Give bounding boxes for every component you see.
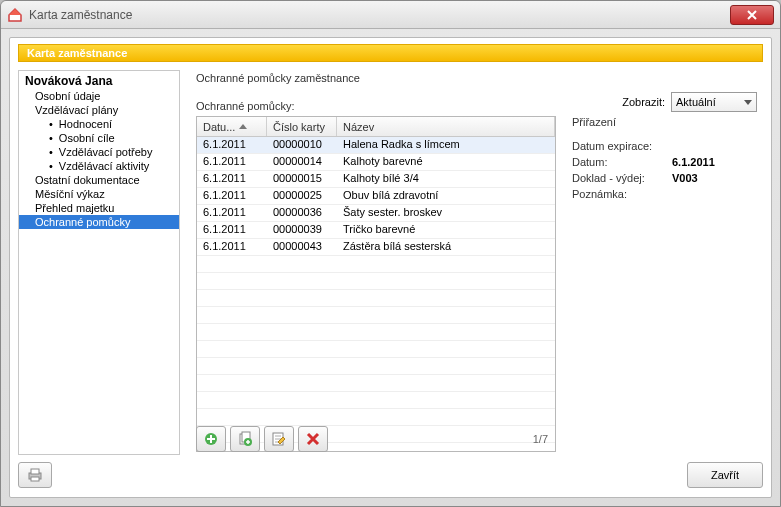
cell: Šaty sester. broskev	[337, 205, 555, 221]
cell: Kalhoty barevné	[337, 154, 555, 170]
tree-item[interactable]: Vzdělávací plány	[19, 103, 179, 117]
table-row-empty	[197, 290, 555, 307]
svg-rect-6	[31, 469, 39, 474]
detail-row: Datum:6.1.2011	[568, 154, 757, 170]
add-copy-button[interactable]	[230, 426, 260, 452]
cell: 00000043	[267, 239, 337, 255]
svg-rect-7	[31, 477, 39, 481]
cell: Zástěra bílá sesterská	[337, 239, 555, 255]
window-close-button[interactable]	[730, 5, 774, 25]
table-row[interactable]: 6.1.201100000014Kalhoty barevné	[197, 154, 555, 171]
table-row-empty	[197, 358, 555, 375]
delete-icon	[305, 431, 321, 447]
table-body: 6.1.201100000010Halena Radka s límcem6.1…	[197, 137, 555, 443]
main-panel: Ochranné pomůcky zaměstnance Zobrazit: A…	[188, 70, 763, 455]
table-row[interactable]: 6.1.201100000043Zástěra bílá sesterská	[197, 239, 555, 256]
close-form-button[interactable]: Zavřít	[687, 462, 763, 488]
add-icon	[203, 431, 219, 447]
col-card[interactable]: Číslo karty	[267, 117, 337, 136]
tree-item[interactable]: Vzdělávací potřeby	[19, 145, 179, 159]
tree-item[interactable]: Přehled majetku	[19, 201, 179, 215]
nav-tree: Nováková JanaOsobní údajeVzdělávací plán…	[19, 71, 179, 231]
sidebar: Nováková JanaOsobní údajeVzdělávací plán…	[18, 70, 180, 455]
window: Karta zaměstnance Karta zaměstnance Nová…	[0, 0, 781, 507]
table-row[interactable]: 6.1.201100000036Šaty sester. broskev	[197, 205, 555, 222]
edit-icon	[271, 431, 287, 447]
tree-item[interactable]: Hodnocení	[19, 117, 179, 131]
col-name[interactable]: Název	[337, 117, 555, 136]
detail-value: 6.1.2011	[672, 156, 715, 168]
cell: 00000015	[267, 171, 337, 187]
cell: 6.1.2011	[197, 171, 267, 187]
app-icon	[7, 7, 23, 23]
cell: 6.1.2011	[197, 239, 267, 255]
table-header: Datu... Číslo karty Název	[197, 117, 555, 137]
add-copy-icon	[237, 431, 253, 447]
table-row-empty	[197, 307, 555, 324]
cell: 00000014	[267, 154, 337, 170]
titlebar: Karta zaměstnance	[1, 1, 780, 29]
cell: 6.1.2011	[197, 222, 267, 238]
tree-item[interactable]: Ostatní dokumentace	[19, 173, 179, 187]
table-row[interactable]: 6.1.201100000010Halena Radka s límcem	[197, 137, 555, 154]
close-icon	[747, 10, 757, 20]
edit-button[interactable]	[264, 426, 294, 452]
table-subtitle: Ochranné pomůcky:	[196, 100, 294, 112]
pager: 1/7	[533, 433, 548, 445]
tree-item[interactable]: Vzdělávací aktivity	[19, 159, 179, 173]
form-body: Karta zaměstnance Nováková JanaOsobní úd…	[9, 37, 772, 498]
cell: 00000036	[267, 205, 337, 221]
detail-title: Přiřazení	[568, 116, 757, 128]
form-header: Karta zaměstnance	[18, 44, 763, 62]
tree-item[interactable]: Ochranné pomůcky	[19, 215, 179, 229]
table-row-empty	[197, 256, 555, 273]
detail-row: Poznámka:	[568, 186, 757, 202]
cell: 00000025	[267, 188, 337, 204]
zobrazit-value: Aktuální	[676, 96, 716, 108]
cell: 6.1.2011	[197, 205, 267, 221]
delete-button[interactable]	[298, 426, 328, 452]
cell: Tričko barevné	[337, 222, 555, 238]
tree-item[interactable]: Měsíční výkaz	[19, 187, 179, 201]
detail-row: Datum expirace:	[568, 138, 757, 154]
print-icon	[26, 467, 44, 483]
add-button[interactable]	[196, 426, 226, 452]
table-row-empty	[197, 324, 555, 341]
window-title: Karta zaměstnance	[29, 8, 132, 22]
cell: 00000039	[267, 222, 337, 238]
cell: 6.1.2011	[197, 154, 267, 170]
zobrazit-combo[interactable]: Aktuální	[671, 92, 757, 112]
zobrazit-label: Zobrazit:	[622, 96, 665, 108]
table-row-empty	[197, 341, 555, 358]
toolbar: 1/7	[196, 423, 556, 455]
detail-row: Doklad - výdej:V003	[568, 170, 757, 186]
detail-value: V003	[672, 172, 698, 184]
cell: 00000010	[267, 137, 337, 153]
print-button[interactable]	[18, 462, 52, 488]
cell: Obuv bílá zdravotní	[337, 188, 555, 204]
filter-row: Zobrazit: Aktuální	[622, 92, 757, 112]
tree-item[interactable]: Osobní údaje	[19, 89, 179, 103]
table: Datu... Číslo karty Název 6.1.2011000000…	[196, 116, 556, 452]
table-row-empty	[197, 375, 555, 392]
cell: 6.1.2011	[197, 188, 267, 204]
table-row[interactable]: 6.1.201100000039Tričko barevné	[197, 222, 555, 239]
detail-label: Poznámka:	[572, 188, 672, 200]
detail-label: Datum:	[572, 156, 672, 168]
detail-label: Doklad - výdej:	[572, 172, 672, 184]
tree-item[interactable]: Osobní cíle	[19, 131, 179, 145]
table-row[interactable]: 6.1.201100000025Obuv bílá zdravotní	[197, 188, 555, 205]
tree-root[interactable]: Nováková Jana	[19, 73, 179, 89]
table-row-empty	[197, 392, 555, 409]
cell: 6.1.2011	[197, 137, 267, 153]
cell: Kalhoty bílé 3/4	[337, 171, 555, 187]
detail-panel: Přiřazení Datum expirace:Datum:6.1.2011D…	[568, 116, 757, 202]
footer: Zavřít	[18, 459, 763, 491]
table-row[interactable]: 6.1.201100000015Kalhoty bílé 3/4	[197, 171, 555, 188]
cell: Halena Radka s límcem	[337, 137, 555, 153]
col-date[interactable]: Datu...	[197, 117, 267, 136]
table-row-empty	[197, 273, 555, 290]
detail-label: Datum expirace:	[572, 140, 672, 152]
chevron-down-icon	[744, 100, 752, 105]
